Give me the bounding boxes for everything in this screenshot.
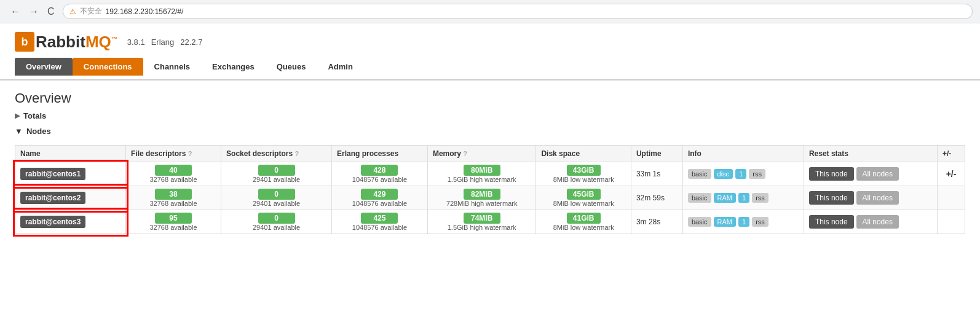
plus-minus-cell[interactable]: +/-	[938, 162, 965, 186]
tab-connections[interactable]: Connections	[73, 58, 143, 76]
this-node-button[interactable]: This node	[809, 167, 854, 181]
erlang-label: Erlang	[151, 37, 175, 47]
address-text: 192.168.2.230:15672/#/	[106, 7, 184, 16]
disk-space-cell: 45GiB8MiB low watermark	[536, 186, 631, 210]
col-erlang-proc: Erlang processes	[332, 146, 428, 162]
memory-avail: 728MiB high watermark	[446, 200, 518, 207]
erlang-proc-value: 428	[361, 165, 398, 176]
col-file-desc: File descriptors ?	[126, 146, 221, 162]
disk-avail: 8MiB low watermark	[541, 224, 626, 231]
table-header-row: Name File descriptors ? Socket descripto…	[15, 146, 965, 162]
col-uptime: Uptime	[631, 146, 682, 162]
node-badge: rabbit@centos1	[20, 168, 85, 180]
col-disk-space: Disk space	[536, 146, 631, 162]
erlang-proc-value: 425	[361, 213, 398, 224]
info-tag-basic: basic	[688, 169, 711, 179]
plus-minus-cell	[938, 186, 965, 210]
totals-label: Totals	[23, 111, 46, 120]
memory-avail: 1.5GiB high watermark	[448, 224, 516, 231]
info-tag-disc: disc	[714, 169, 733, 179]
table-row: rabbit@centos14032768 available029401 av…	[15, 162, 965, 186]
info-tag-basic: basic	[688, 193, 711, 203]
socket-desc-cell: 029401 available	[221, 210, 332, 234]
disk-space-cell: 43GiB8MiB low watermark	[536, 162, 631, 186]
file-desc-avail: 32768 available	[131, 224, 216, 231]
info-tag-ram: RAM	[714, 193, 736, 203]
socket-desc-value: 0	[258, 165, 295, 176]
uptime-cell: 32m 59s	[631, 186, 682, 210]
socket-desc-cell: 029401 available	[221, 162, 332, 186]
plus-minus-cell	[938, 210, 965, 234]
tab-channels[interactable]: Channels	[143, 58, 202, 76]
main-content: Overview ▶ Totals ▼ Nodes Name File desc…	[0, 80, 980, 244]
disk-space-cell: 41GiB8MiB low watermark	[536, 210, 631, 234]
nodes-section: ▼ Nodes Name File descriptors ? Socket d…	[15, 127, 965, 234]
erlang-proc-cell: 4281048576 available	[332, 162, 428, 186]
erlang-version: 22.2.7	[180, 37, 202, 47]
info-tag-num: 1	[738, 193, 749, 203]
logo-mq: MQ	[85, 33, 111, 51]
version-number: 3.8.1	[127, 37, 145, 47]
socket-desc-avail: 29401 available	[226, 176, 326, 183]
socket-desc-avail: 29401 available	[226, 224, 326, 231]
this-node-button[interactable]: This node	[809, 215, 854, 229]
this-node-button[interactable]: This node	[809, 191, 854, 205]
info-tag-num: 1	[735, 169, 746, 179]
browser-navigation: ← → C	[7, 5, 58, 18]
refresh-button[interactable]: C	[44, 5, 58, 18]
socket-desc-help-icon[interactable]: ?	[294, 150, 299, 157]
erlang-proc-avail: 1048576 available	[337, 200, 422, 207]
file-desc-cell: 4032768 available	[126, 162, 221, 186]
file-desc-value: 38	[155, 189, 192, 200]
disk-avail: 8MiB low watermark	[541, 176, 626, 183]
logo-text: RabbitMQ™	[36, 33, 117, 52]
erlang-proc-avail: 1048576 available	[337, 224, 422, 231]
tab-queues[interactable]: Queues	[266, 58, 317, 76]
file-desc-help-icon[interactable]: ?	[188, 150, 192, 157]
totals-section-header[interactable]: ▶ Totals	[15, 111, 965, 120]
node-badge: rabbit@centos3	[20, 216, 85, 228]
uptime-cell: 33m 1s	[631, 162, 682, 186]
memory-help-icon[interactable]: ?	[463, 150, 467, 157]
back-button[interactable]: ←	[7, 5, 23, 18]
all-nodes-button[interactable]: All nodes	[856, 167, 899, 181]
app-header: b RabbitMQ™ 3.8.1 Erlang 22.2.7 Overview…	[0, 23, 980, 80]
reset-stats-cell: This nodeAll nodes	[804, 186, 937, 210]
file-desc-value: 95	[155, 213, 192, 224]
node-badge: rabbit@centos2	[20, 192, 85, 204]
nodes-label: Nodes	[26, 127, 51, 136]
lock-icon: ⚠	[69, 7, 76, 16]
all-nodes-button[interactable]: All nodes	[856, 191, 899, 205]
info-tag-rss: rss	[752, 217, 769, 227]
info-tag-ram: RAM	[714, 217, 736, 227]
uptime-value: 32m 59s	[636, 194, 665, 202]
col-socket-desc: Socket descriptors ?	[221, 146, 332, 162]
file-desc-avail: 32768 available	[131, 200, 216, 207]
info-tag-basic: basic	[688, 217, 711, 227]
erlang-proc-avail: 1048576 available	[337, 176, 422, 183]
all-nodes-button[interactable]: All nodes	[856, 215, 899, 229]
memory-cell: 74MiB1.5GiB high watermark	[427, 210, 536, 234]
info-cell: basicRAM1rss	[682, 210, 804, 234]
node-name-cell: rabbit@centos2	[15, 186, 126, 210]
col-reset-stats: Reset stats	[804, 146, 937, 162]
tab-admin[interactable]: Admin	[317, 58, 363, 76]
memory-cell: 82MiB728MiB high watermark	[427, 186, 536, 210]
logo: b RabbitMQ™	[15, 32, 117, 52]
col-memory: Memory ?	[427, 146, 536, 162]
nodes-section-header[interactable]: ▼ Nodes	[15, 127, 965, 136]
nodes-arrow-icon: ▼	[15, 127, 23, 136]
version-info: 3.8.1 Erlang 22.2.7	[127, 37, 203, 47]
socket-desc-avail: 29401 available	[226, 200, 326, 207]
logo-row: b RabbitMQ™ 3.8.1 Erlang 22.2.7	[15, 32, 965, 52]
memory-avail: 1.5GiB high watermark	[448, 176, 516, 183]
socket-desc-cell: 029401 available	[221, 186, 332, 210]
memory-value: 74MiB	[464, 213, 500, 224]
page-title: Overview	[15, 90, 965, 106]
tab-exchanges[interactable]: Exchanges	[201, 58, 266, 76]
forward-button[interactable]: →	[26, 5, 42, 18]
tab-overview[interactable]: Overview	[15, 58, 73, 76]
address-bar[interactable]: ⚠ 不安全 192.168.2.230:15672/#/	[63, 4, 973, 19]
uptime-value: 33m 1s	[636, 170, 660, 178]
node-name-cell: rabbit@centos1	[15, 162, 126, 186]
